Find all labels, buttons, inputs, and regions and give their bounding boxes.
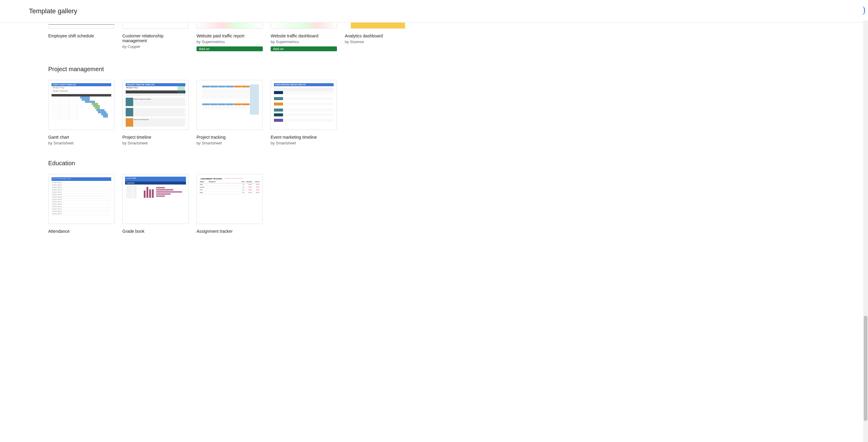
template-title: Employee shift schedule [48,33,115,38]
addon-badge: Add-on [196,47,263,51]
template-author: by Copper [122,44,189,49]
author-link[interactable]: Supermetrics [202,39,225,44]
template-thumbnail-project-tracking[interactable] [196,80,263,130]
content-area: Employee shift schedule Customer relatio… [0,23,868,246]
author-link[interactable]: Smartsheet [53,141,73,145]
template-author: by Supermetrics [271,39,337,44]
project-management-row: GANTT CHART TEMPLATE PROJECT TITLE PROJE… [48,80,839,145]
template-card: CLASS NAME OVERVIEW [122,174,189,234]
template-author: by Smartsheet [271,141,337,145]
author-link[interactable]: Copper [127,44,141,49]
template-title: Customer relationship management [122,33,189,43]
template-card: ASSIGNMENT TRACKER Add subjects or cours… [196,174,263,234]
template-card: Customer relationship management by Copp… [122,23,189,51]
template-title: Grade book [122,229,189,234]
thumb-subheader: OVERVIEW [125,181,186,184]
template-card: Analytics dashboard by Sisense [345,23,411,51]
template-thumbnail-event-marketing[interactable]: EVENT MARKETING TIMELINE TEMPLATE [271,80,337,130]
author-link[interactable]: Smartsheet [202,141,221,145]
template-thumbnail-project-timeline[interactable]: PROJECT TIMELINE TEMPLATE PROJECT TITLE … [122,80,189,130]
author-link[interactable]: Supermetrics [276,39,299,44]
template-card: EVENT MARKETING TIMELINE TEMPLATE Event … [271,80,337,145]
close-icon[interactable] [859,6,865,15]
template-thumbnail-gantt[interactable]: GANTT CHART TEMPLATE PROJECT TITLE PROJE… [48,80,115,130]
page-title: Template gallery [29,7,77,15]
template-thumbnail-assignment[interactable]: ASSIGNMENT TRACKER Add subjects or cours… [196,174,263,224]
template-thumbnail[interactable] [122,23,189,29]
thumb-header: PROJECT TIMELINE TEMPLATE [126,83,185,86]
template-thumbnail-attendance[interactable]: Class 1 Use this attendance sheet... Stu… [48,174,115,224]
thumb-header: EVENT MARKETING TIMELINE TEMPLATE [274,83,334,86]
template-thumbnail[interactable] [196,23,263,29]
addon-badge: Add-on [271,47,337,51]
template-author: by Supermetrics [196,39,263,44]
template-author: by Smartsheet [122,141,189,145]
template-title: Website traffic dashboard [271,33,337,38]
template-title: Gantt chart [48,135,115,140]
template-title: Attendance [48,229,115,234]
author-link[interactable]: Smartsheet [127,141,147,145]
section-title-education: Education [48,160,839,167]
template-thumbnail[interactable] [345,23,411,29]
template-card: Website paid traffic report by Supermetr… [196,23,263,51]
template-card: GANTT CHART TEMPLATE PROJECT TITLE PROJE… [48,80,115,145]
thumb-header: GANTT CHART TEMPLATE [52,83,111,86]
template-author: by Smartsheet [196,141,263,145]
section-title-project-management: Project management [48,66,839,73]
author-link[interactable]: Smartsheet [276,141,296,145]
template-card: Employee shift schedule [48,23,115,51]
template-title: Project tracking [196,135,263,140]
template-thumbnail-gradebook[interactable]: CLASS NAME OVERVIEW [122,174,189,224]
template-title: Analytics dashboard [345,33,411,38]
template-card: Project tracking by Smartsheet [196,80,263,145]
template-title: Project timeline [122,135,189,140]
page-header: Template gallery [0,0,868,23]
template-title: Assignment tracker [196,229,263,234]
template-author: by Sisense [345,39,411,44]
template-title: Website paid traffic report [196,33,263,38]
author-link[interactable]: Sisense [350,39,364,44]
template-author: by Smartsheet [48,141,115,145]
template-thumbnail[interactable] [48,23,115,29]
scrollbar[interactable] [863,21,868,246]
template-thumbnail[interactable] [271,23,337,29]
thumb-header: ASSIGNMENT TRACKER [200,178,222,180]
template-card: Class 1 Use this attendance sheet... Stu… [48,174,115,234]
template-card: Website traffic dashboard by Supermetric… [271,23,337,51]
education-row: Class 1 Use this attendance sheet... Stu… [48,174,839,234]
template-title: Event marketing timeline [271,135,337,140]
template-card: PROJECT TIMELINE TEMPLATE PROJECT TITLE … [122,80,189,145]
top-templates-row: Employee shift schedule Customer relatio… [48,23,839,51]
